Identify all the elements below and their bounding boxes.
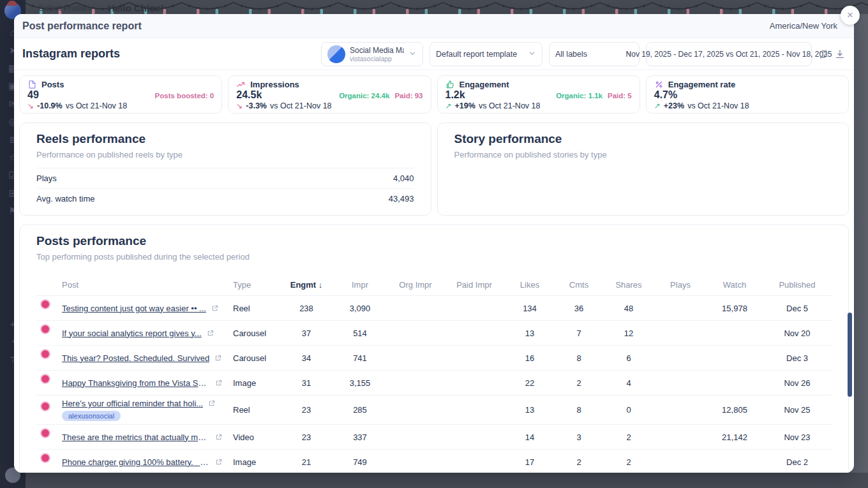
close-modal-button[interactable]: × [841,6,860,25]
metric-card-title: Impressions [250,80,299,89]
cell-watch: 12,805 [707,405,763,415]
refresh-icon [818,49,828,59]
metric-card-engagement_rate: Engagement rate4.7%↗+23%vs Oct 21-Nov 18 [646,75,849,114]
metric-card-side-stats: Posts boosted: 0 [155,92,214,100]
post-title-line: This year? Posted. Scheduled. Survived [62,353,227,363]
select-profiles-label: Select Profiles [38,3,91,13]
reels-metric-label: Plays [36,174,57,183]
reels-panel-title: Reels performance [36,132,414,146]
cell-shares: 2 [603,457,654,467]
post-title-line: These are the metrics that actually mat.… [62,433,227,442]
column-header-engmt[interactable]: Engmt ↓ [280,280,333,290]
column-header-watch[interactable]: Watch [707,280,763,290]
trend-up-icon: ↗ [654,101,661,110]
profile-selector[interactable]: Social Media Management Too vistasociala… [321,42,423,66]
reels-performance-panel: Reels performance Performance on publish… [19,122,431,216]
profile-name: Social Media Management Too [350,46,404,55]
cell-engmt: 23 [280,405,333,415]
modal-scrollbar-thumb[interactable] [848,313,852,397]
post-label-tag: alexusonsocial [62,411,121,421]
report-template-dropdown[interactable]: Default report template [430,42,542,66]
cell-likes: 16 [505,353,555,363]
download-button[interactable] [835,49,845,59]
reels-panel-subtitle: Performance on published reels by type [36,150,414,159]
date-range-picker[interactable]: Nov 19, 2025 - Dec 17, 2025 vs Oct 21, 2… [646,42,812,66]
posts-panel-subtitle: Top performing posts published during th… [36,252,832,262]
post-title-link[interactable]: Here's your official reminder that holi.… [62,399,203,408]
column-header-plays[interactable]: Plays [654,280,707,290]
cell-type: Image [233,378,280,388]
metric-change-value: +23% [664,101,684,110]
metric-card-title: Engagement rate [668,80,735,89]
cell-watch: 15,978 [707,304,763,313]
cell-type: Image [233,457,280,467]
app-footer-dimmed [0,473,868,488]
metric-change-period: vs Oct 21-Nov 18 [479,101,541,110]
column-header-published[interactable]: Published [763,280,832,290]
cell-type: Reel [233,405,280,415]
cell-engmt: 37 [280,329,333,338]
column-header-cmts[interactable]: Cmts [555,280,603,290]
trend-up-icon: ↗ [445,101,452,110]
column-header-type[interactable]: Type [233,280,280,290]
external-link-icon[interactable] [215,380,222,387]
post-title-line: Testing content just got way easier •• .… [62,304,227,313]
external-link-icon[interactable] [215,459,222,466]
chevron-down-icon [528,49,536,59]
report-body: Posts49Posts boosted: 0↘-10.9%vs Oct 21-… [14,70,854,473]
column-header-post[interactable]: Post [62,280,233,290]
metric-side-stat: Paid: 93 [394,92,423,100]
cell-likes: 22 [505,378,555,388]
refresh-button[interactable] [818,49,828,59]
post-title-link[interactable]: Testing content just got way easier •• .… [62,304,206,313]
external-link-icon[interactable] [214,355,221,362]
metric-card-value-row: 1.2kOrganic: 1.1kPaid: 5 [445,89,632,101]
table-row: Phone charger giving 100% battery. My...… [36,450,832,473]
reels-metric-value: 4,040 [393,174,414,183]
cell-published: Dec 3 [763,353,832,363]
posts-panel-title: Posts performance [36,234,832,248]
metric-card-title-row: Impressions [236,80,423,89]
column-header-org_impr[interactable]: Org Impr [387,280,444,290]
metric-card-value-row: 49Posts boosted: 0 [27,89,214,101]
external-link-icon[interactable] [211,305,218,312]
cell-cmts: 2 [555,378,603,388]
metric-change-period: vs Oct 21-Nov 18 [687,101,749,110]
metric-side-stat: Paid: 5 [608,92,632,100]
metric-card-value: 49 [27,89,39,101]
cell-impr: 3,155 [333,378,387,388]
column-header-likes[interactable]: Likes [505,280,555,290]
post-title-line: If your social analytics report gives y.… [62,329,227,338]
post-title-link[interactable]: Phone charger giving 100% battery. My... [62,457,210,467]
post-title-link[interactable]: Happy Thanksgiving from the Vista Socia.… [62,378,210,388]
external-link-icon[interactable] [207,330,214,337]
post-title-line: Here's your official reminder that holi.… [62,399,227,408]
trend-down-icon: ↘ [236,101,243,110]
post-title-cell: Phone charger giving 100% battery. My... [62,457,233,467]
post-title-line: Phone charger giving 100% battery. My... [62,457,227,467]
cell-published: Dec 5 [763,304,832,313]
column-header-shares[interactable]: Shares [603,280,654,290]
story-panel-title: Story performance [454,132,832,146]
metric-change-period: vs Oct 21-Nov 18 [270,101,332,110]
post-title-link[interactable]: These are the metrics that actually mat.… [62,433,210,442]
cell-type: Carousel [233,329,280,338]
post-title-link[interactable]: This year? Posted. Scheduled. Survived [62,353,209,363]
column-header-paid_impr[interactable]: Paid Impr [444,280,505,290]
external-link-icon[interactable] [215,434,222,441]
holiday-garland-strip: Select Profiles Hello Chloe! [0,0,868,14]
metric-side-stat: Organic: 1.1k [556,92,602,100]
metric-card-trend-row: ↗+23%vs Oct 21-Nov 18 [654,101,841,110]
cell-shares: 4 [603,378,654,388]
posts-table: PostTypeEngmt ↓ImprOrg ImprPaid ImprLike… [36,274,832,473]
post-performance-modal: Post performance report America/New York… [14,14,854,473]
toolbar-controls: Social Media Management Too vistasociala… [321,42,845,66]
cell-type: Video [233,433,280,442]
labels-value: All labels [555,50,587,59]
post-title-cell: Testing content just got way easier •• .… [62,304,233,313]
post-title-link[interactable]: If your social analytics report gives y.… [62,329,202,338]
column-header-impr[interactable]: Impr [333,280,387,290]
metric-card-title: Engagement [460,80,509,89]
table-row: Here's your official reminder that holi.… [36,396,832,425]
external-link-icon[interactable] [208,400,215,407]
